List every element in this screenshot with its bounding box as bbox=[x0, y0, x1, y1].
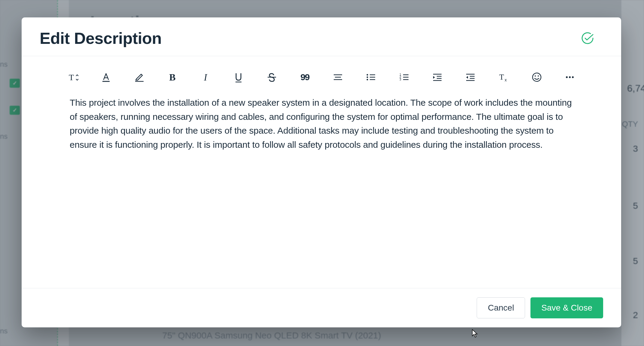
cancel-button[interactable]: Cancel bbox=[477, 297, 525, 318]
svg-point-32 bbox=[538, 75, 539, 77]
save-close-button[interactable]: Save & Close bbox=[530, 297, 603, 318]
more-options-button[interactable] bbox=[564, 71, 576, 84]
blockquote-button[interactable]: 99 bbox=[299, 71, 311, 84]
description-text[interactable]: This project involves the installation o… bbox=[70, 96, 573, 152]
emoji-icon bbox=[531, 72, 542, 83]
outdent-icon bbox=[465, 72, 476, 83]
bold-button[interactable]: B bbox=[166, 71, 179, 84]
modal-header: Edit Description bbox=[22, 17, 621, 56]
indent-icon bbox=[432, 72, 443, 83]
strikethrough-icon bbox=[266, 72, 277, 83]
numbered-list-icon: 1 2 3 bbox=[399, 72, 410, 83]
text-color-icon bbox=[101, 72, 111, 83]
strikethrough-button[interactable] bbox=[266, 71, 278, 84]
edit-description-modal: Edit Description T bbox=[22, 17, 621, 327]
svg-point-10 bbox=[367, 79, 368, 80]
bullet-list-button[interactable] bbox=[365, 71, 377, 84]
svg-point-35 bbox=[572, 76, 574, 78]
numbered-list-button[interactable]: 1 2 3 bbox=[398, 71, 411, 84]
editor-content-area[interactable]: This project involves the installation o… bbox=[22, 90, 621, 288]
svg-point-31 bbox=[535, 75, 536, 77]
underline-icon bbox=[233, 72, 244, 83]
text-size-icon: T bbox=[68, 72, 78, 83]
text-size-button[interactable]: T bbox=[67, 71, 79, 84]
highlight-button[interactable] bbox=[133, 71, 146, 84]
emoji-button[interactable] bbox=[530, 71, 543, 84]
svg-text:T: T bbox=[499, 73, 504, 81]
editor-toolbar: T B I bbox=[22, 56, 621, 90]
modal-title: Edit Description bbox=[40, 29, 162, 47]
align-button[interactable] bbox=[332, 71, 344, 84]
more-icon bbox=[564, 72, 575, 83]
indent-button[interactable] bbox=[431, 71, 444, 84]
bullet-list-icon bbox=[366, 72, 376, 83]
align-icon bbox=[333, 72, 343, 83]
modal-footer: Cancel Save & Close bbox=[22, 288, 621, 327]
clear-format-icon: T x bbox=[498, 72, 509, 83]
svg-text:x: x bbox=[505, 77, 507, 82]
outdent-button[interactable] bbox=[464, 71, 477, 84]
svg-point-8 bbox=[367, 74, 368, 76]
highlight-icon bbox=[134, 72, 145, 83]
italic-button[interactable]: I bbox=[199, 71, 212, 84]
svg-point-34 bbox=[569, 76, 571, 78]
clear-format-button[interactable]: T x bbox=[497, 71, 510, 84]
svg-point-9 bbox=[367, 77, 368, 78]
svg-point-33 bbox=[566, 76, 568, 78]
underline-button[interactable] bbox=[232, 71, 245, 84]
autosave-check-icon bbox=[581, 32, 594, 45]
svg-point-30 bbox=[533, 73, 541, 81]
svg-text:T: T bbox=[69, 73, 74, 82]
text-color-button[interactable] bbox=[100, 71, 112, 84]
blockquote-label: 99 bbox=[300, 72, 309, 82]
svg-text:3: 3 bbox=[399, 78, 401, 81]
